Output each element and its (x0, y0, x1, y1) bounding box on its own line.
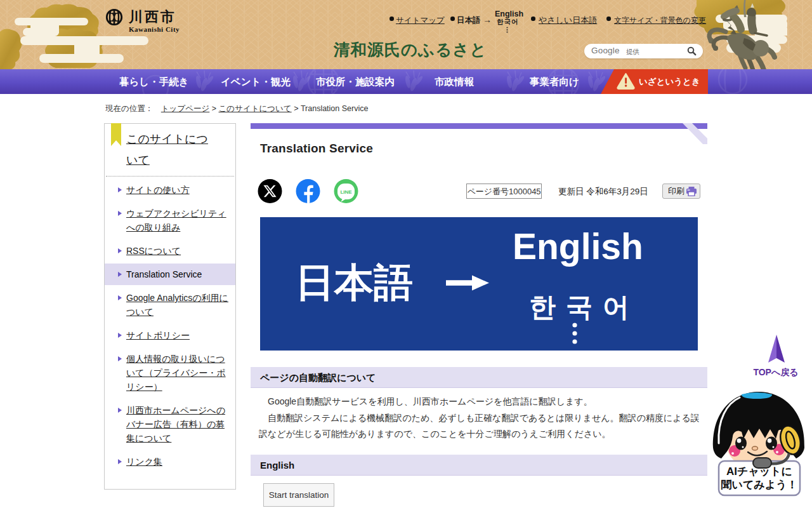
svg-text:English: English (513, 226, 643, 267)
svg-text:日本語: 日本語 (295, 260, 413, 304)
svg-text:LINE: LINE (340, 189, 352, 195)
svg-text:한국어: 한국어 (529, 292, 639, 322)
svg-text:聞いてみよう！: 聞いてみよう！ (721, 479, 798, 491)
